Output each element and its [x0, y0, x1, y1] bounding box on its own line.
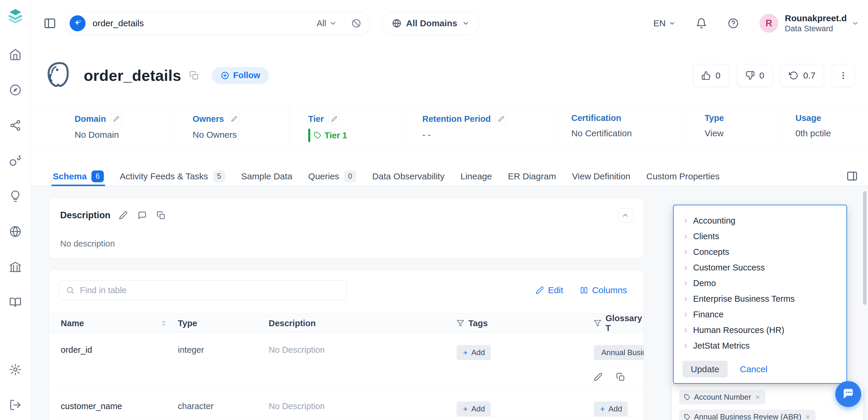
find-in-table-search[interactable]	[59, 280, 346, 300]
glossary-node-customer-success[interactable]: Customer Success	[682, 260, 846, 275]
glossary-term-chip[interactable]: Annual Busine	[594, 345, 644, 360]
edit-description-icon[interactable]	[119, 211, 128, 220]
clear-search-icon[interactable]	[351, 18, 361, 28]
chevron-down-icon	[669, 20, 676, 27]
search-input[interactable]	[93, 18, 310, 28]
notifications-bell-icon[interactable]	[696, 18, 707, 29]
add-glossary-term-button[interactable]: Add	[594, 401, 628, 417]
access-key-icon[interactable]	[9, 154, 22, 167]
chat-bubble-icon	[841, 387, 855, 401]
settings-gear-icon[interactable]	[9, 363, 22, 376]
page-scrollbar[interactable]	[863, 191, 867, 305]
search-scope-label: All	[317, 19, 326, 28]
columns-button[interactable]: Columns	[580, 285, 627, 295]
remove-term-icon[interactable]	[805, 414, 811, 420]
glossary-node-finance[interactable]: Finance	[682, 307, 846, 322]
language-selector[interactable]: EN	[653, 18, 676, 28]
user-info[interactable]: Rounakpreet.d Data Steward	[785, 13, 847, 34]
govern-bank-icon[interactable]	[9, 261, 22, 273]
tab-er-diagram[interactable]: ER Diagram	[507, 168, 557, 186]
add-tag-button[interactable]: Add	[457, 401, 491, 417]
downvote-button[interactable]: 0	[737, 64, 773, 87]
edit-tier-button[interactable]	[329, 113, 340, 124]
tab-schema[interactable]: Schema6	[52, 168, 105, 186]
remove-term-icon[interactable]	[755, 394, 761, 400]
selected-term-chip[interactable]: Account Number	[679, 390, 765, 404]
glossary-node-accounting[interactable]: Accounting	[682, 213, 846, 229]
page-title: order_details	[84, 67, 181, 84]
tab-data-observability[interactable]: Data Observability	[371, 168, 446, 186]
tab-custom-properties[interactable]: Custom Properties	[645, 168, 720, 186]
pencil-icon	[536, 286, 544, 294]
column-header-description[interactable]: Description	[269, 313, 457, 333]
edit-retention-button[interactable]	[495, 113, 507, 124]
copy-glossary-icon[interactable]	[616, 372, 625, 381]
tab-view-definition[interactable]: View Definition	[571, 168, 631, 186]
cell-column-name: order_id	[49, 333, 178, 389]
type-value: View	[705, 128, 776, 138]
domains-globe-icon[interactable]	[9, 225, 22, 238]
glossary-node-concepts[interactable]: Concepts	[682, 244, 846, 260]
edit-owners-button[interactable]	[228, 113, 240, 124]
usage-value: 0th pctile	[796, 128, 868, 138]
copy-name-icon[interactable]	[189, 71, 199, 80]
help-icon[interactable]	[727, 18, 739, 29]
column-header-glossary[interactable]: Glossary T	[594, 313, 644, 333]
right-panel-toggle-icon[interactable]	[846, 170, 858, 182]
user-avatar[interactable]: R	[760, 14, 778, 33]
upvote-button[interactable]: 0	[693, 64, 729, 87]
edit-domain-button[interactable]	[111, 113, 122, 124]
plus-icon	[462, 406, 468, 412]
edit-table-button[interactable]: Edit	[536, 285, 563, 295]
glossary-node-demo[interactable]: Demo	[682, 275, 846, 291]
tab-queries[interactable]: Queries0	[307, 168, 358, 186]
cancel-button[interactable]: Cancel	[740, 364, 768, 374]
glossary-node-clients[interactable]: Clients	[682, 229, 846, 244]
glossary-node-jetstat-metrics[interactable]: JetStat Metrics	[682, 338, 846, 354]
meta-owners: Owners No Owners	[174, 104, 289, 150]
column-header-name[interactable]: Name	[49, 313, 178, 333]
collapse-description-button[interactable]	[618, 208, 632, 222]
comment-icon[interactable]	[138, 211, 147, 220]
column-header-tags[interactable]: Tags	[457, 313, 594, 333]
update-button[interactable]: Update	[682, 361, 727, 378]
tab-activity-feeds[interactable]: Activity Feeds & Tasks5	[119, 168, 226, 186]
column-header-type[interactable]: Type	[178, 313, 269, 333]
glossary-node-enterprise-business-terms[interactable]: Enterprise Business Terms	[682, 291, 846, 307]
sidebar	[0, 0, 31, 420]
chevron-right-icon	[682, 249, 689, 256]
more-options-button[interactable]	[832, 64, 855, 87]
tab-sample-data[interactable]: Sample Data	[240, 168, 293, 186]
search-scope-dropdown[interactable]: All	[317, 19, 337, 28]
lineage-network-icon[interactable]	[9, 119, 22, 131]
table-row: customer_name character No Description A…	[49, 389, 644, 417]
add-tag-button[interactable]: Add	[457, 345, 491, 360]
filter-funnel-icon[interactable]	[457, 320, 464, 327]
description-empty-text: No description	[60, 239, 632, 249]
app-logo-icon[interactable]	[7, 8, 24, 25]
all-domains-button[interactable]: All Domains	[382, 11, 479, 35]
sort-icon[interactable]	[160, 320, 167, 327]
insights-bulb-icon[interactable]	[9, 190, 22, 202]
copy-description-icon[interactable]	[157, 211, 165, 220]
glossary-node-human-resources[interactable]: Human Resources (HR)	[682, 322, 846, 338]
follow-button[interactable]: Follow	[212, 67, 269, 84]
sidebar-toggle-icon[interactable]	[43, 17, 56, 30]
global-search-bar[interactable]: All	[65, 11, 370, 35]
meta-type: Type View	[686, 104, 777, 150]
edit-glossary-icon[interactable]	[594, 372, 602, 381]
filter-funnel-icon[interactable]	[594, 320, 601, 327]
selected-term-chip[interactable]: Annual Business Review (ABR)	[679, 410, 815, 420]
tab-lineage[interactable]: Lineage	[459, 168, 493, 186]
chat-assistant-button[interactable]	[835, 381, 861, 407]
pencil-icon	[113, 116, 119, 122]
topbar-right: EN R Rounakpreet.d Data Steward	[653, 13, 859, 34]
usage-label: Usage	[796, 113, 821, 123]
logout-icon[interactable]	[9, 399, 22, 411]
find-in-table-input[interactable]	[80, 286, 340, 295]
explore-compass-icon[interactable]	[9, 84, 22, 96]
glossary-book-icon[interactable]	[9, 296, 22, 308]
home-icon[interactable]	[9, 49, 22, 61]
user-menu-chevron-icon[interactable]	[851, 20, 859, 27]
quality-score-button[interactable]: 0.7	[780, 64, 824, 87]
